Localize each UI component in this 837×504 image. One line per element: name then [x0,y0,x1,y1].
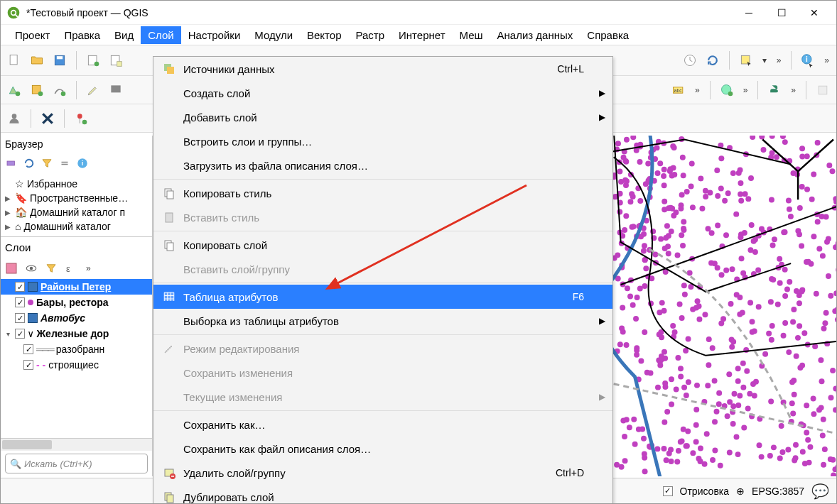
style-mini-icon[interactable] [4,261,19,276]
datasource-icon [162,62,176,76]
layout-icon[interactable] [84,51,102,70]
menu-edit[interactable]: Правка [57,26,107,44]
label-icon[interactable]: abc [669,81,688,99]
layout-manager-icon[interactable] [107,51,125,70]
svg-point-47 [732,391,738,397]
collapse-mini-icon[interactable] [57,155,72,171]
svg-point-325 [625,285,630,291]
save-icon[interactable] [50,51,69,70]
shortcut-label: Ctrl+L [557,63,584,75]
overflow-icon[interactable]: » [821,55,832,65]
globe-icon[interactable] [718,81,736,99]
horizontal-scrollbar[interactable] [1,438,152,451]
info-mini-icon[interactable]: i [75,155,90,171]
add-layer-mini-icon[interactable] [4,155,19,171]
close-button[interactable]: ✕ [798,1,831,24]
svg-point-231 [796,300,802,306]
svg-point-407 [689,160,695,166]
checkbox-icon[interactable]: ✓ [23,344,33,354]
checkbox-icon[interactable]: ✓ [15,297,25,307]
menu-item[interactable]: Удалить слой/группуCtrl+D [153,461,612,485]
svg-point-14 [38,91,43,96]
checkbox-icon[interactable]: ✓ [15,313,25,323]
menu-view[interactable]: Вид [107,26,141,44]
search-placeholder: Искать (Ctrl+K) [24,459,92,469]
filter-layers-icon[interactable] [43,261,59,276]
crs-label[interactable]: EPSG:3857 [752,486,804,497]
render-checkbox[interactable]: ✓ [663,486,673,496]
new-project-icon[interactable] [5,51,23,70]
pencil-icon[interactable] [84,81,102,99]
menu-vector[interactable]: Вектор [300,26,348,44]
open-folder-icon[interactable] [28,51,46,70]
menu-item[interactable]: Сохранить как файл описания слоя… [153,437,612,461]
clock-icon[interactable] [681,51,699,70]
python-icon[interactable] [765,81,784,99]
svg-point-448 [715,222,720,228]
menu-item[interactable]: Выборка из таблицы атрибутов▶ [153,309,612,333]
messages-icon[interactable]: 💬 [811,483,829,500]
menu-item[interactable]: Таблица атрибутовF6 [153,285,612,309]
menu-layer[interactable]: Слой [141,26,180,44]
menu-item[interactable]: Сохранить как… [153,412,612,437]
maximize-button[interactable]: ☐ [765,1,798,24]
add-vector-icon[interactable] [5,81,23,99]
browser-item[interactable]: ▶🔖Пространственные… [1,191,152,205]
minimize-button[interactable]: ─ [733,1,765,24]
add-line-icon[interactable] [50,81,69,99]
menu-item[interactable]: Дублировать слой [153,485,612,504]
menu-item[interactable]: Добавить слой▶ [153,105,612,129]
locator-search[interactable]: 🔍 Искать (Ctrl+K) [5,454,148,473]
eye-mini-icon[interactable] [23,261,39,276]
menu-settings[interactable]: Настройки [181,26,248,44]
menu-mesh[interactable]: Меш [453,26,490,44]
overflow-icon[interactable]: » [774,55,784,65]
svg-point-477 [665,243,671,249]
menu-project[interactable]: Проект [8,26,57,44]
menu-item[interactable]: Встроить слои и группы… [153,129,612,153]
checkbox-icon[interactable]: ✓ [15,329,25,339]
menu-item[interactable]: Копировать слой [153,233,612,257]
menu-help[interactable]: Справка [580,26,636,44]
pin-icon[interactable] [72,109,90,128]
layer-row[interactable]: ✓- -строящиес [1,357,152,373]
layer-row[interactable]: ▾✓∨Железные дор [1,326,152,341]
add-raster-icon[interactable] [28,81,46,99]
crs-icon[interactable]: ⊕ [736,486,745,497]
svg-point-368 [681,427,686,432]
x-logo-icon[interactable] [38,109,57,128]
menu-processing[interactable]: Анализ данных [490,26,580,44]
identify-icon[interactable]: i [799,51,817,70]
dropdown-chevron-icon[interactable]: ▾ [760,55,770,65]
layer-row[interactable]: ✓Бары, рестора [1,295,152,310]
menu-item[interactable]: Загрузить из файла описания слоя… [153,153,612,177]
layer-row[interactable]: ✓═══разобранн [1,341,152,357]
menu-item[interactable]: Источники данныхCtrl+L [153,57,612,81]
filter-mini-icon[interactable] [39,155,55,171]
checkbox-icon[interactable]: ✓ [15,282,25,292]
svg-rect-536 [166,213,173,222]
refresh-mini-icon[interactable] [21,155,37,171]
expression-icon[interactable]: ε [63,261,79,276]
menu-item[interactable]: Создать слой▶ [153,81,612,105]
svg-point-169 [830,168,836,174]
menu-item-label: Режим редактирования [183,343,299,355]
svg-point-522 [662,167,667,172]
menu-web[interactable]: Интернет [392,26,452,44]
menu-plugins[interactable]: Модули [247,26,300,44]
browser-item[interactable]: ▶🏠Домашний каталог п [1,205,152,219]
help-icon[interactable] [814,81,832,99]
select-rect-icon[interactable] [737,51,755,70]
browser-item[interactable]: ▶⌂Домашний каталог [1,219,152,234]
menu-item[interactable]: Копировать стиль [153,181,612,205]
edits-icon[interactable] [107,81,125,99]
layer-row[interactable]: ✓Районы Петер [1,279,152,295]
layers-toolbar: ε » [1,258,152,279]
layer-row[interactable]: ✓Автобус [1,310,152,326]
refresh-icon[interactable] [703,51,722,70]
checkbox-icon[interactable]: ✓ [23,360,33,370]
browser-item[interactable]: ☆Избранное [1,177,152,191]
menu-raster[interactable]: Растр [348,26,392,44]
overflow-layers-icon[interactable]: » [83,263,94,273]
user-icon[interactable] [5,109,23,128]
